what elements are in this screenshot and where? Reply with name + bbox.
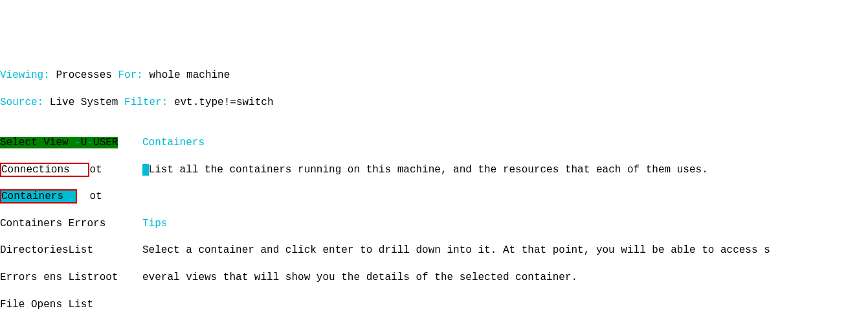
view-directories[interactable]: DirectoriesList	[0, 244, 142, 257]
header-line-1: Viewing: Processes For: whole machine	[0, 69, 868, 82]
user-header: USER	[93, 137, 118, 148]
tips-text: Select a container and click enter to dr…	[142, 244, 868, 257]
view-errors[interactable]: Errors ens List	[0, 272, 93, 283]
u-header: U	[81, 137, 87, 148]
tips-label: Tips	[142, 218, 167, 229]
detail-title: Containers	[142, 137, 205, 148]
tips-text-2: everal views that will show you the deta…	[142, 271, 868, 285]
header-line-2: Source: Live System Filter: evt.type!=sw…	[0, 96, 868, 110]
detail-description: List all the containers running on this …	[149, 164, 708, 176]
view-connections[interactable]: Connections	[1, 164, 70, 176]
view-containers-errors[interactable]: Containers Errors	[0, 217, 142, 231]
view-file-opens[interactable]: File Opens List	[0, 298, 142, 312]
select-view-header: Select View	[0, 137, 69, 148]
view-containers[interactable]: Containers	[1, 191, 63, 202]
